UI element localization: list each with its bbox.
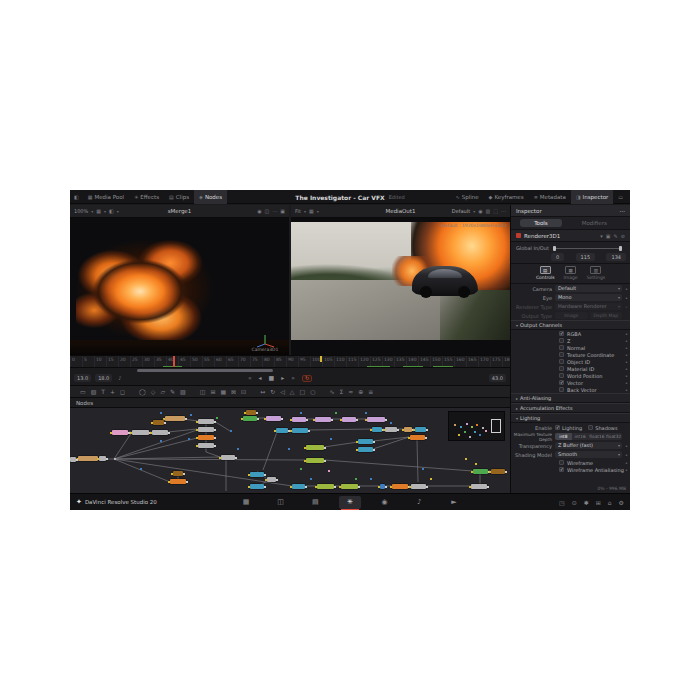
camera3d-gizmo[interactable]: Camera3D1: [253, 334, 277, 354]
page-cut[interactable]: ◫: [270, 496, 292, 509]
graph-node[interactable]: [173, 471, 183, 476]
tool-icon-0[interactable]: ▭: [80, 389, 86, 395]
tool-icon-11[interactable]: ⊞: [210, 389, 215, 395]
global-in-out-slider[interactable]: [553, 248, 622, 249]
tool-icon-18[interactable]: △: [290, 389, 295, 395]
graph-node[interactable]: [473, 469, 488, 474]
titlebar-button-keyframes[interactable]: ◆Keyframes: [484, 190, 529, 204]
right-viewer-option-icon-3[interactable]: ⋯: [501, 208, 506, 214]
titlebar-button-nodes[interactable]: ◈Nodes: [194, 190, 227, 204]
stop-button[interactable]: ■: [269, 375, 275, 381]
inspector-node-row[interactable]: Renderer3D1 ▾▣✎⊘: [511, 230, 630, 242]
right-viewer-option-icon-1[interactable]: ▥: [486, 208, 491, 214]
left-viewer-zoom-select[interactable]: 100%: [74, 208, 88, 214]
tool-icon-23[interactable]: ≈: [348, 389, 353, 395]
tool-icon-7[interactable]: ▱: [160, 389, 165, 395]
tool-icon-25[interactable]: ≡: [368, 389, 373, 395]
status-icon-4[interactable]: ⌂: [608, 499, 612, 506]
graph-node[interactable]: [250, 484, 264, 489]
camera-select[interactable]: Default: [555, 285, 622, 292]
graph-node[interactable]: [411, 484, 426, 489]
right-viewer-zoom-select[interactable]: Fit: [295, 208, 301, 214]
tool-icon-21[interactable]: ∿: [329, 389, 334, 395]
titlebar-button-media-pool[interactable]: ▦Media Pool: [83, 190, 129, 204]
checkbox[interactable]: [559, 373, 564, 378]
graph-node[interactable]: [358, 439, 373, 444]
node-graph-minimap[interactable]: [448, 411, 505, 441]
global-in-out-value-0[interactable]: 0: [551, 253, 564, 261]
graph-node[interactable]: [292, 428, 308, 433]
graph-node[interactable]: [112, 430, 128, 435]
graph-node[interactable]: [380, 484, 385, 489]
tab-tools[interactable]: Tools: [520, 219, 562, 227]
inspector-tab-controls[interactable]: ▤Controls: [536, 266, 555, 280]
page-edit[interactable]: ▤: [304, 496, 326, 509]
tool-icon-9[interactable]: ▨: [180, 389, 186, 395]
page-color[interactable]: ◉: [374, 496, 396, 509]
tool-icon-17[interactable]: ◁: [280, 389, 285, 395]
graph-node[interactable]: [315, 417, 331, 422]
left-viewer-channel-icon[interactable]: ▦: [96, 208, 101, 214]
page-deliver[interactable]: ►: [443, 496, 465, 509]
output-type-depth-map-button[interactable]: Depth Map: [590, 312, 623, 319]
graph-node[interactable]: [404, 427, 412, 432]
graph-node[interactable]: [276, 428, 288, 433]
node-graph[interactable]: [70, 408, 510, 493]
transparency-select[interactable]: Z Buffer (fast): [555, 442, 622, 449]
tool-icon-20[interactable]: ○: [310, 389, 315, 395]
global-in-out-value-2[interactable]: 134: [606, 253, 626, 261]
tool-icon-10[interactable]: ◫: [200, 389, 206, 395]
texture-depth-int8[interactable]: int8: [555, 433, 572, 440]
graph-node[interactable]: [292, 417, 306, 422]
tool-icon-8[interactable]: ✎: [170, 389, 175, 395]
page-media[interactable]: ▦: [235, 496, 257, 509]
graph-node[interactable]: [341, 484, 358, 489]
graph-node[interactable]: [132, 430, 149, 435]
tool-icon-4[interactable]: ◻: [120, 389, 125, 395]
section-anti-aliasing[interactable]: ▸Anti-Aliasing: [511, 393, 630, 403]
checkbox[interactable]: ✓: [559, 380, 564, 385]
checkbox[interactable]: [559, 338, 564, 343]
renderer-type-select[interactable]: Hardware Renderer: [555, 303, 622, 310]
graph-node[interactable]: [372, 427, 382, 432]
left-viewer-option-icon-2[interactable]: ⋯: [272, 208, 277, 214]
graph-node[interactable]: [198, 427, 214, 432]
graph-node[interactable]: [342, 417, 356, 422]
checkbox[interactable]: [559, 387, 564, 392]
tool-icon-24[interactable]: ⊕: [358, 389, 363, 395]
node-header-icon-0[interactable]: ▾: [600, 233, 603, 239]
section-lighting[interactable]: ▾Lighting: [511, 413, 630, 423]
right-viewer-channel-icon[interactable]: ▦: [309, 208, 314, 214]
page-fusion[interactable]: ✳: [339, 496, 361, 509]
node-header-icon-2[interactable]: ✎: [614, 233, 618, 239]
right-viewer-option-icon-2[interactable]: ⬚: [493, 208, 498, 214]
graph-node[interactable]: [198, 443, 214, 448]
graph-node[interactable]: [491, 469, 505, 474]
section-output-channels[interactable]: ▾Output Channels: [511, 320, 630, 330]
graph-node[interactable]: [306, 458, 324, 463]
graph-node[interactable]: [358, 447, 373, 452]
graph-node[interactable]: [292, 484, 305, 489]
tool-icon-15[interactable]: ↔: [260, 389, 265, 395]
page-fairlight[interactable]: ♪: [408, 496, 430, 509]
status-icon-3[interactable]: ⊞: [596, 499, 601, 506]
checkbox[interactable]: [559, 359, 564, 364]
shadows-checkbox[interactable]: [588, 425, 593, 430]
graph-node[interactable]: [170, 479, 186, 484]
inspector-tab-settings[interactable]: ▥Settings: [587, 266, 605, 280]
left-viewer-option-icon-3[interactable]: ▣: [280, 208, 285, 214]
graph-node[interactable]: [153, 420, 164, 425]
viewer-splitter[interactable]: [289, 218, 291, 355]
texture-depth-int16[interactable]: int16: [572, 433, 589, 440]
titlebar-button-effects[interactable]: ✳Effects: [129, 190, 164, 204]
status-icon-0[interactable]: ◳: [559, 499, 565, 506]
expand-window-icon[interactable]: ▭: [613, 190, 628, 204]
node-header-icon-3[interactable]: ⊘: [621, 233, 625, 239]
tool-icon-5[interactable]: ◯: [139, 389, 146, 395]
lighting-checkbox[interactable]: ✓: [555, 425, 560, 430]
range-start-field[interactable]: 13.0: [74, 374, 91, 382]
tool-icon-12[interactable]: ▦: [220, 389, 226, 395]
status-icon-2[interactable]: ✱: [584, 499, 589, 506]
loop-button[interactable]: ↻: [302, 375, 312, 382]
audio-mute-icon[interactable]: ♪: [118, 376, 121, 381]
